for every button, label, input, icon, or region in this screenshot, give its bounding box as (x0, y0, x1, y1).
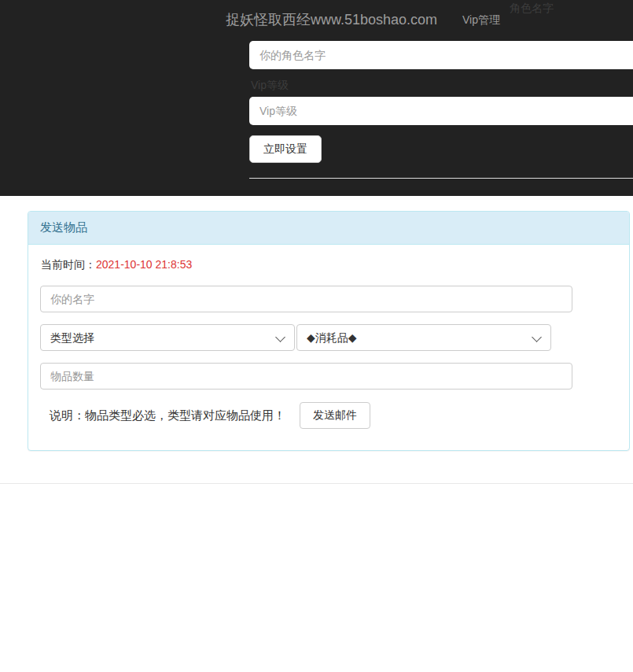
bottom-divider (0, 483, 633, 484)
item-select[interactable]: ◆消耗品◆ (296, 324, 551, 351)
header-divider (249, 178, 633, 179)
player-name-input[interactable] (40, 286, 572, 312)
vip-level-label: Vip等级 (251, 79, 289, 93)
quantity-input[interactable] (40, 363, 572, 390)
note-row: 说明：物品类型必选，类型请对应物品使用！ 发送邮件 (50, 402, 617, 429)
set-now-button[interactable]: 立即设置 (249, 135, 322, 163)
header: 捉妖怪取西经www.51boshao.com Vip管理 角色名字 Vip等级 … (0, 0, 633, 196)
panel-title: 发送物品 (28, 212, 629, 245)
nav-vip-manage[interactable]: Vip管理 (462, 13, 500, 28)
current-time-value: 2021-10-10 21:8:53 (96, 258, 192, 271)
current-time-row: 当前时间：2021-10-10 21:8:53 (41, 258, 617, 272)
role-name-input[interactable] (249, 41, 633, 69)
role-name-label: 角色名字 (510, 2, 554, 16)
send-items-panel: 发送物品 当前时间：2021-10-10 21:8:53 类型选择 ◆消耗品◆ … (28, 211, 630, 451)
send-mail-button[interactable]: 发送邮件 (300, 402, 370, 429)
item-select-wrap: ◆消耗品◆ (296, 324, 551, 351)
type-select-wrap: 类型选择 (40, 324, 295, 351)
note-text: 说明：物品类型必选，类型请对应物品使用！ (50, 408, 285, 423)
type-select[interactable]: 类型选择 (40, 324, 295, 351)
vip-level-input[interactable] (249, 97, 633, 125)
panel-body: 当前时间：2021-10-10 21:8:53 类型选择 ◆消耗品◆ 说明：物品… (28, 245, 629, 450)
current-time-label: 当前时间： (41, 258, 96, 271)
select-row: 类型选择 ◆消耗品◆ (40, 324, 617, 351)
site-title: 捉妖怪取西经www.51boshao.com (226, 10, 437, 29)
